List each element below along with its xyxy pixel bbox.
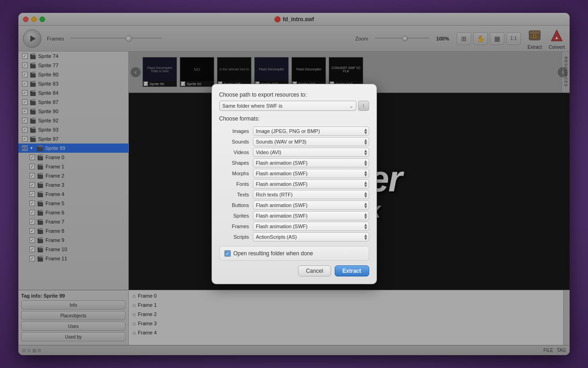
scripts-select[interactable]: ActionScripts (AS): [253, 232, 369, 242]
videos-label: Videos: [219, 150, 249, 155]
path-label: Choose path to export resources to:: [219, 92, 369, 98]
formats-section: Choose formats:: [219, 115, 369, 122]
sprites-select[interactable]: Flash animation (SWF): [253, 211, 369, 220]
path-row: Same folder where SWF is ⌄ ↑: [219, 101, 369, 111]
browse-button[interactable]: ↑: [358, 101, 369, 111]
frames-format-select-wrapper: Flash animation (SWF) ▲▼: [253, 222, 369, 231]
open-folder-checkbox[interactable]: ✓: [224, 250, 231, 257]
format-row-sounds: Sounds Sounds (WAV or MP3) ▲▼: [219, 137, 369, 146]
format-row-videos: Videos Video (AVI) ▲▼: [219, 148, 369, 157]
dialog-overlay: Choose path to export resources to: Same…: [18, 13, 570, 355]
app-window: 🔴 fd_intro.swf Frames Zoom 100% ⊞ ✋ ▦ 1:…: [18, 13, 570, 355]
path-select[interactable]: Same folder where SWF is ⌄: [219, 101, 356, 111]
formats-label: Choose formats:: [219, 115, 369, 122]
images-label: Images: [219, 128, 249, 134]
images-select[interactable]: Image (JPEG, PNG or BMP): [253, 126, 369, 136]
format-row-fonts: Fonts Flash animation (SWF) ▲▼: [219, 179, 369, 189]
videos-select[interactable]: Video (AVI): [253, 148, 369, 157]
buttons-label: Buttons: [219, 202, 249, 208]
buttons-select-wrapper: Flash animation (SWF) ▲▼: [253, 201, 369, 210]
fonts-label: Fonts: [219, 181, 249, 187]
format-row-buttons: Buttons Flash animation (SWF) ▲▼: [219, 201, 369, 210]
shapes-select[interactable]: Flash animation (SWF): [253, 158, 369, 167]
sounds-select[interactable]: Sounds (WAV or MP3): [253, 137, 369, 146]
format-row-texts: Texts Rich texts (RTF) ▲▼: [219, 190, 369, 199]
formats-table: Images Image (JPEG, PNG or BMP) ▲▼ Sound…: [219, 126, 369, 242]
shapes-select-wrapper: Flash animation (SWF) ▲▼: [253, 158, 369, 167]
extract-button[interactable]: Extract: [335, 265, 369, 276]
dialog-buttons: Cancel Extract: [219, 265, 369, 276]
format-row-morphs: Morphs Flash animation (SWF) ▲▼: [219, 169, 369, 178]
cancel-button[interactable]: Cancel: [298, 265, 331, 276]
frames-format-label: Frames: [219, 224, 249, 229]
texts-select[interactable]: Rich texts (RTF): [253, 190, 369, 199]
scripts-label: Scripts: [219, 234, 249, 240]
format-row-sprites: Sprites Flash animation (SWF) ▲▼: [219, 211, 369, 220]
open-folder-row: ✓ Open resulting folder when done: [219, 246, 369, 261]
texts-select-wrapper: Rich texts (RTF) ▲▼: [253, 190, 369, 199]
morphs-label: Morphs: [219, 171, 249, 176]
format-row-frames: Frames Flash animation (SWF) ▲▼: [219, 222, 369, 231]
shapes-label: Shapes: [219, 160, 249, 166]
frames-format-select[interactable]: Flash animation (SWF): [253, 222, 369, 231]
fonts-select-wrapper: Flash animation (SWF) ▲▼: [253, 179, 369, 189]
texts-label: Texts: [219, 192, 249, 197]
images-select-wrapper: Image (JPEG, PNG or BMP) ▲▼: [253, 126, 369, 136]
scripts-select-wrapper: ActionScripts (AS) ▲▼: [253, 232, 369, 242]
open-folder-label: Open resulting folder when done: [234, 250, 313, 257]
videos-select-wrapper: Video (AVI) ▲▼: [253, 148, 369, 157]
sprites-select-wrapper: Flash animation (SWF) ▲▼: [253, 211, 369, 220]
format-row-scripts: Scripts ActionScripts (AS) ▲▼: [219, 232, 369, 242]
path-section: Choose path to export resources to: Same…: [219, 92, 369, 111]
sounds-select-wrapper: Sounds (WAV or MP3) ▲▼: [253, 137, 369, 146]
export-dialog: Choose path to export resources to: Same…: [211, 84, 377, 284]
buttons-select[interactable]: Flash animation (SWF): [253, 201, 369, 210]
sprites-label: Sprites: [219, 213, 249, 218]
morphs-select[interactable]: Flash animation (SWF): [253, 169, 369, 178]
morphs-select-wrapper: Flash animation (SWF) ▲▼: [253, 169, 369, 178]
format-row-images: Images Image (JPEG, PNG or BMP) ▲▼: [219, 126, 369, 136]
format-row-shapes: Shapes Flash animation (SWF) ▲▼: [219, 158, 369, 167]
fonts-select[interactable]: Flash animation (SWF): [253, 179, 369, 189]
sounds-label: Sounds: [219, 139, 249, 144]
